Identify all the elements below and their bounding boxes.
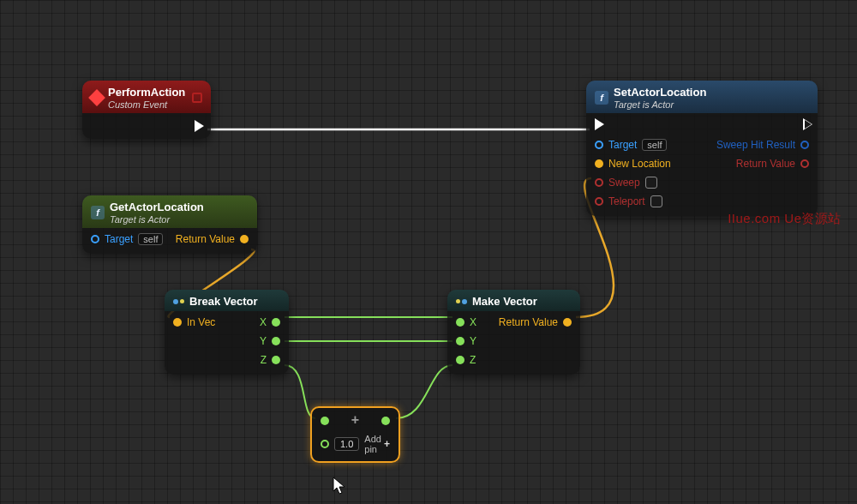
add-pin-button[interactable]: + <box>384 438 390 450</box>
pin-label: Return Value <box>499 316 558 328</box>
make-icon <box>456 299 467 304</box>
pin-target[interactable]: Target self <box>91 233 163 245</box>
function-icon: f <box>595 91 608 105</box>
node-perform-action[interactable]: PerformAction Custom Event <box>82 81 211 139</box>
pin-in-y[interactable]: Y <box>456 335 476 347</box>
target-self-value[interactable]: self <box>642 139 667 151</box>
node-subtitle: Target is Actor <box>110 215 249 225</box>
exec-out-pin[interactable] <box>805 118 814 130</box>
pin-out-y[interactable]: Y <box>260 335 280 347</box>
pin-label: Y <box>260 335 267 347</box>
pin-return-value[interactable]: Return Value <box>176 233 249 245</box>
node-header: Make Vector <box>447 290 580 311</box>
add-pin-label: Add pin <box>364 434 382 454</box>
pin-label: Target <box>608 139 637 151</box>
pin-out-z[interactable]: Z <box>261 354 280 366</box>
pin-label: Target <box>105 233 133 245</box>
pin-teleport[interactable]: Teleport <box>595 195 671 207</box>
node-break-vector[interactable]: Break Vector In Vec X Y Z <box>165 290 289 375</box>
node-header: PerformAction Custom Event <box>82 81 211 113</box>
node-subtitle: Custom Event <box>108 100 187 110</box>
input-value-b[interactable]: 1.0 <box>334 437 359 451</box>
pin-sweep-hit-result[interactable]: Sweep Hit Result <box>716 139 809 151</box>
pin-target[interactable]: Target self <box>595 139 671 151</box>
event-icon <box>88 89 105 106</box>
node-subtitle: Target is Actor <box>614 100 809 110</box>
pin-label: Sweep Hit Result <box>716 139 795 151</box>
pin-in-z[interactable]: Z <box>456 354 476 366</box>
pin-in-b[interactable] <box>321 440 329 448</box>
plus-icon: + <box>351 412 359 428</box>
pin-label: Teleport <box>608 195 645 207</box>
node-title: SetActorLocation <box>614 86 706 99</box>
target-self-value[interactable]: self <box>138 233 163 245</box>
node-add-float[interactable]: + 1.0 Add pin + <box>310 406 400 463</box>
node-header: Break Vector <box>165 290 289 311</box>
node-title: Make Vector <box>472 295 537 308</box>
mouse-cursor-icon <box>333 477 346 495</box>
pin-label: Y <box>470 335 476 347</box>
node-title: PerformAction <box>108 86 185 99</box>
watermark-text: IIue.com Ue资源站 <box>728 211 842 227</box>
node-title: Break Vector <box>189 295 258 308</box>
node-title: GetActorLocation <box>110 201 204 213</box>
pin-return-value[interactable]: Return Value <box>736 158 809 170</box>
pin-in-vec[interactable]: In Vec <box>173 316 215 328</box>
node-get-actor-location[interactable]: f GetActorLocation Target is Actor Targe… <box>82 195 257 254</box>
pin-new-location[interactable]: New Location <box>595 158 671 170</box>
pin-out-x[interactable]: X <box>260 316 280 328</box>
node-header: f GetActorLocation Target is Actor <box>82 195 257 228</box>
delegate-pin[interactable] <box>192 93 202 103</box>
pin-label: X <box>470 316 476 328</box>
pin-label: In Vec <box>187 316 215 328</box>
pin-out[interactable] <box>381 417 390 425</box>
pin-label: Return Value <box>176 233 235 245</box>
break-icon <box>173 299 184 304</box>
node-make-vector[interactable]: Make Vector X Y Z Return Value <box>447 290 580 375</box>
pin-in-x[interactable]: X <box>456 316 476 328</box>
pin-label: Z <box>261 354 267 366</box>
sweep-checkbox[interactable] <box>645 177 657 189</box>
exec-out-pin[interactable] <box>195 120 204 132</box>
pin-in-a[interactable] <box>321 417 329 425</box>
teleport-checkbox[interactable] <box>650 195 662 207</box>
pin-label: New Location <box>608 158 671 170</box>
pin-label: X <box>260 316 267 328</box>
node-header: f SetActorLocation Target is Actor <box>586 81 818 113</box>
pin-return-value[interactable]: Return Value <box>499 316 572 328</box>
pin-label: Return Value <box>736 158 795 170</box>
exec-in-pin[interactable] <box>595 118 604 130</box>
node-set-actor-location[interactable]: f SetActorLocation Target is Actor Targe… <box>586 81 818 216</box>
pin-label: Sweep <box>608 177 640 189</box>
function-icon: f <box>91 206 105 219</box>
pin-label: Z <box>470 354 476 366</box>
pin-sweep[interactable]: Sweep <box>595 177 671 189</box>
